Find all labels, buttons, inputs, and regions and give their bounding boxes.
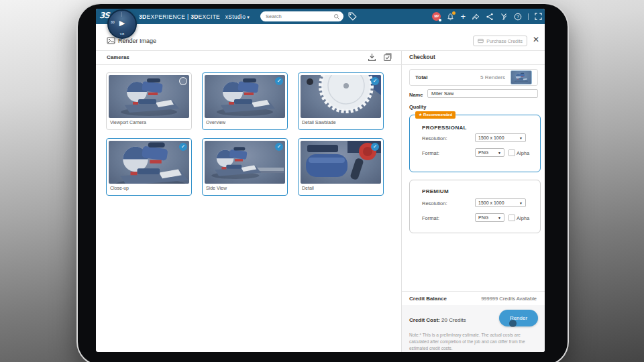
tag-icon[interactable] [348,12,357,21]
render-button[interactable]: Render [499,310,538,326]
credit-cost-line: Credit Cost: 20 Credits [409,317,466,323]
header-divider [96,50,545,51]
mouse-cursor [509,320,517,327]
camera-checkbox[interactable]: ✓ [275,77,283,85]
download-icon[interactable] [368,53,376,62]
camera-thumbnail [109,75,189,118]
camera-card-overview[interactable]: ✓ Overview [202,72,288,130]
purchase-credits-button[interactable]: Purchase Credits [473,36,527,46]
app-screen: 3S 3DEXPERIENCE | 3DEXCITE xStudio▾ MP +… [96,9,545,352]
compass-seam [121,12,122,17]
camera-card-close-up[interactable]: ✓ Close-up [106,138,192,196]
alpha-checkbox[interactable] [508,215,515,221]
top-bar: 3S 3DEXPERIENCE | 3DEXCITE xStudio▾ MP +… [96,9,545,24]
tier-name: PREMIUM [422,188,449,194]
resolution-select[interactable]: 1500 x 1000 ▼ [475,133,526,142]
fullscreen-icon[interactable] [535,13,542,20]
credit-balance-row: Credit Balance 999999 Credits Available [402,291,545,306]
total-summary: Total 5 Renders [409,69,538,86]
alpha-label: Alpha [517,215,529,221]
credit-balance-value: 999999 Credits Available [481,296,537,302]
avatar-initials: MP [435,15,439,18]
format-value: PNG [478,215,488,220]
camera-checkbox[interactable] [179,77,187,85]
camera-card-side-view[interactable]: ✓ Side View [202,138,288,196]
select-chevron-icon: ▼ [517,201,523,205]
share-nodes-icon[interactable] [486,13,494,21]
camera-label: Viewport Camera [109,120,189,125]
camera-thumbnail: ✓ [109,141,189,184]
resolution-value: 1500 x 1000 [478,135,504,140]
camera-card-detail-sawblade[interactable]: ✓ Detail Sawblade [298,72,384,130]
3dexperience-compass[interactable]: ▶ 3D V.R [107,9,137,39]
camera-thumbnail: ✓ [205,141,285,184]
format-select[interactable]: PNG ▼ [475,213,504,222]
recommended-badge: ★ Recommended [415,111,455,119]
format-label: Format: [422,150,439,156]
format-label: Format: [422,215,439,221]
search-input[interactable] [260,13,333,19]
camera-label: Close-up [109,186,189,190]
tier-professional[interactable]: ★ Recommended PROFESSIONAL Resolution: 1… [409,115,541,172]
compass-vr-label: V.R [109,32,136,36]
resolution-select[interactable]: 1500 x 1000 ▼ [475,198,526,207]
close-icon[interactable]: ✕ [531,35,541,44]
total-thumbnail [511,70,532,84]
tier-premium[interactable]: PREMIUM Resolution: 1500 x 1000 ▼ Format… [409,180,541,233]
purchase-credits-label: Purchase Credits [486,39,523,44]
select-all-icon[interactable] [383,53,392,62]
help-icon[interactable]: ? [514,13,522,21]
tier-name: PROFESSIONAL [422,125,467,131]
alpha-label: Alpha [517,150,529,156]
search-icon [333,13,340,20]
resolution-label: Resolution: [422,200,447,206]
select-chevron-icon: ▼ [517,136,523,140]
purchase-credits-icon [478,38,484,44]
compass-3d-label: 3D [111,21,115,24]
brand-3d-2: 3D [191,13,198,20]
svg-text:?: ? [517,14,519,19]
camera-checkbox[interactable]: ✓ [371,143,379,151]
camera-thumbnail: ✓ [301,75,381,118]
topbar-actions: MP + ? [432,9,542,24]
credit-cost-label: Credit Cost: [409,317,440,323]
resolution-value: 1500 x 1000 [478,200,504,205]
brand-excite: EXCITE [199,13,221,20]
add-content-button[interactable]: + [460,12,466,21]
total-value: 5 Renders [480,74,505,80]
camera-card-viewport-camera[interactable]: Viewport Camera [106,72,192,130]
user-avatar[interactable]: MP [432,12,441,21]
section-divider [96,64,545,65]
name-field[interactable] [427,89,538,98]
topbar-divider [528,13,529,20]
cameras-section-title: Cameras [107,54,129,60]
brand-experience: EXPERIENCE [146,13,185,20]
select-chevron-icon: ▼ [495,151,501,155]
credit-cost-section: Credit Cost: 20 Credits Render Note:* Th… [402,305,545,352]
notifications-button[interactable] [447,13,454,21]
camera-label: Detail Sawblade [301,120,381,125]
camera-checkbox[interactable]: ✓ [275,143,283,151]
credit-balance-label: Credit Balance [409,296,447,302]
render-image-icon [107,37,115,45]
search-box[interactable] [260,11,343,21]
format-value: PNG [478,150,488,155]
share-export-icon[interactable] [472,13,480,21]
format-select[interactable]: PNG ▼ [475,148,504,157]
brand-divider: | [187,13,189,20]
select-chevron-icon: ▼ [495,216,501,220]
dialog-header: Render Image Purchase Credits ✕ [96,34,545,50]
status-dot [439,19,441,21]
app-name[interactable]: xStudio [225,13,246,20]
brand-title: 3DEXPERIENCE | 3DEXCITE xStudio▾ [139,13,250,20]
camera-checkbox[interactable]: ✓ [371,77,379,85]
camera-label: Overview [205,120,285,125]
camera-card-detail[interactable]: ✓ Detail [298,138,384,196]
brand-3d-1: 3D [139,13,146,20]
tools-icon[interactable] [500,13,508,21]
estimate-note: Note:* This is a preliminary estimate. T… [409,332,534,352]
alpha-checkbox[interactable] [508,149,515,156]
camera-checkbox[interactable]: ✓ [179,143,187,151]
chevron-down-icon[interactable]: ▾ [247,15,250,19]
camera-thumbnail: ✓ [205,75,285,118]
